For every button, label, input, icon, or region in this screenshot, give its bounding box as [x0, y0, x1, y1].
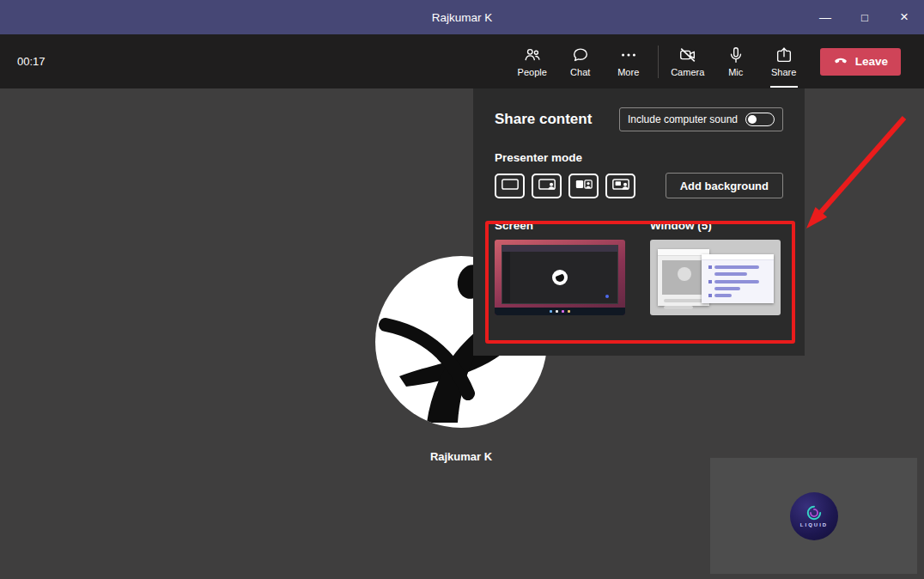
- share-thumbnails-row: [495, 240, 783, 315]
- leave-label: Leave: [855, 55, 888, 68]
- toolbar-actions: People Chat More: [508, 40, 901, 83]
- content-only-icon: [501, 178, 520, 193]
- share-panel-header: Share content Include computer sound: [495, 107, 783, 131]
- close-button[interactable]: ×: [884, 0, 924, 34]
- mic-button[interactable]: Mic: [712, 40, 760, 83]
- window-section-label: Window (5): [650, 219, 781, 232]
- liquid-logo-text: LIQUID: [800, 522, 828, 527]
- people-icon: [523, 46, 542, 64]
- toggle-knob: [748, 115, 757, 124]
- screen-section-label: Screen: [495, 219, 625, 232]
- share-button[interactable]: Share: [760, 40, 808, 83]
- share-panel-title: Share content: [495, 111, 592, 128]
- maximize-button[interactable]: □: [845, 0, 884, 34]
- more-icon: [619, 46, 638, 64]
- camera-label: Camera: [671, 67, 704, 77]
- share-label: Share: [771, 67, 796, 77]
- window-controls: — □ ×: [805, 0, 924, 34]
- people-label: People: [518, 67, 547, 77]
- window-thumb-front-window: [702, 254, 774, 303]
- presenter-mode-reporter-button[interactable]: [605, 174, 635, 198]
- liquid-swirl-icon: [806, 505, 822, 521]
- add-background-button[interactable]: Add background: [666, 173, 783, 198]
- presenter-mode-side-by-side-button[interactable]: [568, 174, 599, 198]
- toolbar-divider: [658, 46, 659, 78]
- screen-thumb-titlebar: [502, 246, 617, 252]
- presenter-mode-label: Presenter mode: [495, 151, 783, 164]
- people-button[interactable]: People: [508, 40, 556, 83]
- minimize-button[interactable]: —: [805, 0, 845, 34]
- presenter-mode-content-only-button[interactable]: [495, 174, 525, 198]
- mic-icon: [726, 46, 745, 64]
- include-computer-sound-toggle[interactable]: Include computer sound: [619, 107, 783, 131]
- leave-button[interactable]: Leave: [820, 48, 901, 76]
- meeting-timer: 00:17: [17, 55, 46, 68]
- presenter-mode-standout-button[interactable]: [532, 174, 562, 198]
- more-button[interactable]: More: [605, 40, 653, 83]
- more-label: More: [617, 67, 639, 77]
- chat-label: Chat: [570, 67, 590, 77]
- camera-button[interactable]: Camera: [664, 40, 712, 83]
- share-section-labels: Screen Window (5): [495, 219, 783, 232]
- screen-thumb-sidebar: [502, 252, 510, 303]
- hang-up-icon: [833, 52, 848, 70]
- presenter-mode-row: Add background: [495, 173, 783, 198]
- window-share-thumbnail[interactable]: [650, 240, 781, 315]
- reporter-icon: [611, 178, 630, 193]
- screen-share-thumbnail[interactable]: [495, 240, 625, 315]
- camera-off-icon: [678, 46, 697, 64]
- toggle-switch[interactable]: [745, 113, 775, 126]
- self-view-avatar: LIQUID: [790, 492, 838, 540]
- include-computer-sound-label: Include computer sound: [628, 113, 738, 125]
- mic-label: Mic: [728, 67, 743, 77]
- share-content-panel: Share content Include computer sound Pre…: [473, 88, 805, 356]
- window-title: Rajkumar K: [0, 11, 924, 24]
- screen-thumb-window: [502, 245, 618, 304]
- chat-button[interactable]: Chat: [556, 40, 605, 83]
- chat-icon: [571, 46, 590, 64]
- title-bar: Rajkumar K — □ ×: [0, 0, 924, 34]
- meeting-toolbar: 00:17 People Chat: [0, 34, 924, 88]
- screen-thumb-taskbar: [495, 308, 625, 315]
- screen-thumb-logo: [552, 270, 568, 285]
- share-icon: [775, 46, 793, 64]
- screen-thumb-dot: [605, 295, 609, 298]
- teams-meeting-window: Rajkumar K — □ × 00:17 People: [0, 0, 924, 579]
- participant-name-label: Rajkumar K: [375, 450, 547, 463]
- standout-icon: [538, 178, 556, 193]
- side-by-side-icon: [574, 178, 593, 193]
